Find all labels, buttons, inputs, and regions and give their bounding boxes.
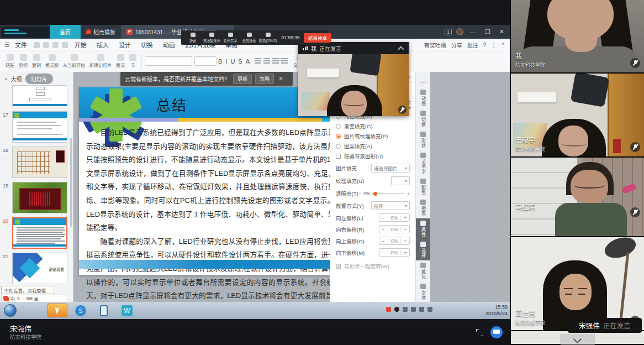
format-button[interactable]: I — [225, 58, 227, 65]
tab-docer[interactable]: 稻壳模板 — [81, 25, 121, 39]
tab-outline[interactable]: 大纲 — [11, 75, 22, 83]
sogou-icon[interactable] — [3, 296, 9, 301]
close-button[interactable]: ✕ — [497, 28, 506, 35]
pause-share-button[interactable]: 暂停共享 — [221, 33, 240, 43]
save-icon[interactable] — [34, 42, 40, 48]
account-avatar[interactable] — [456, 28, 463, 35]
thumbnail-21[interactable]: 21 谢谢观看 — [0, 253, 73, 284]
side-tab[interactable]: 动画 — [416, 87, 430, 108]
ribbon-button[interactable]: 节 — [129, 54, 136, 68]
radio-pattern-fill[interactable]: 图案填充(A) — [330, 140, 415, 150]
texture-fill-select[interactable]: ▾ — [391, 176, 410, 185]
transparency-plus[interactable]: + — [407, 191, 410, 197]
participant-tile-mahongmei[interactable]: 马红梅 — [511, 158, 644, 236]
sogou-ime-bar[interactable]: 中✎◌⌨▦ — [1, 295, 67, 302]
menu-item[interactable]: 插入 — [92, 40, 114, 49]
ribbon-button[interactable]: 复制 — [32, 54, 41, 68]
menu-right-action[interactable]: ? — [483, 42, 487, 48]
minimize-button[interactable]: — — [468, 29, 478, 35]
thumbnail-16-partial[interactable] — [0, 85, 73, 107]
collapse-panel-icon[interactable]: « — [4, 76, 8, 82]
menu-right-action[interactable]: 有奖吐槽 — [424, 41, 446, 49]
radio-gradient-fill[interactable]: 渐变填充(G) — [330, 120, 415, 130]
ignore-button[interactable]: 忽略 — [255, 74, 274, 84]
print-icon[interactable] — [43, 42, 49, 48]
offset-stepper[interactable]: −0%+ — [379, 248, 410, 257]
participant-tile-wangxiaoyu[interactable]: 王晓宇 防灾科技学院 — [511, 74, 644, 156]
floating-self-preview[interactable]: 我 正在发言 — [298, 42, 409, 116]
placement-select[interactable]: 拉伸▾ — [371, 201, 410, 210]
offset-stepper[interactable]: −0%+ — [379, 237, 410, 245]
side-tab[interactable]: 切换 — [416, 108, 430, 129]
side-tab[interactable]: 选择 — [416, 239, 430, 260]
fullscreen-expand-icon[interactable] — [476, 329, 483, 336]
participant-tile-me[interactable]: 我 防灾科技学院 — [511, 0, 644, 72]
tab-home[interactable]: 首页 — [50, 25, 81, 39]
format-button[interactable]: A — [246, 58, 250, 65]
update-button[interactable]: 更新 — [233, 74, 252, 84]
menu-item[interactable]: 开始 — [70, 40, 92, 49]
transparency-slider[interactable] — [372, 193, 404, 194]
checkbox-rotate-with-shape[interactable]: 与形状一起旋转(W) — [330, 257, 415, 270]
side-tab[interactable]: 图表 — [416, 197, 430, 218]
participant-tile-wangjiahui[interactable]: 王佳慧 防灾科技学院 — [511, 237, 644, 330]
taskbar-app-wps[interactable]: W — [117, 304, 137, 317]
taskbar-clock[interactable]: 15:59 2020/5/24 — [485, 304, 508, 317]
ribbon-button[interactable]: 从当前开始 — [63, 54, 85, 68]
side-tab[interactable]: 美化 — [416, 260, 430, 281]
menu-item[interactable]: 动画 — [158, 40, 180, 49]
system-tray[interactable] — [386, 307, 432, 312]
collapse-sidebar-button[interactable] — [560, 334, 595, 345]
alignment-buttons[interactable] — [255, 58, 288, 64]
menu-right-action[interactable]: 批注 — [467, 41, 478, 49]
mute-button[interactable]: 静音 — [183, 33, 202, 43]
notification-badge[interactable]: 1 — [445, 29, 452, 35]
font-name-select[interactable] — [145, 56, 192, 66]
format-button[interactable]: U — [230, 58, 235, 65]
transparency-minus[interactable]: − — [359, 191, 362, 197]
menu-item[interactable]: 切换 — [136, 40, 158, 49]
radio-picture-fill[interactable]: 图片或纹理填充(P) — [330, 130, 415, 140]
chevron-up-icon[interactable] — [398, 46, 404, 52]
end-share-button[interactable]: 结束共享 — [304, 33, 331, 43]
side-tab[interactable]: 属性 — [416, 218, 430, 239]
undo-icon[interactable] — [52, 42, 59, 48]
checkbox-hide-background[interactable]: 隐藏背景图形(U) — [330, 150, 415, 160]
taskbar-app-phone[interactable] — [94, 304, 114, 317]
taskbar-app-meeting-active[interactable] — [47, 304, 67, 317]
menu-file[interactable]: 文件 — [10, 40, 32, 49]
thumbnail-17[interactable]: 17 — [0, 111, 73, 143]
thumbnail-scrollbar[interactable] — [70, 138, 72, 227]
offset-stepper[interactable]: −0%+ — [379, 213, 410, 222]
side-tab[interactable]: 形状 — [416, 129, 430, 150]
ribbon-button[interactable]: 剪切 — [19, 54, 28, 68]
picture-fill-select[interactable]: 请选择图片▾ — [371, 164, 410, 172]
side-tab[interactable]: 配色 — [416, 176, 430, 197]
update-close-icon[interactable]: ✕ — [278, 75, 283, 82]
redo-icon[interactable] — [62, 42, 68, 48]
restore-button[interactable]: ❐ — [483, 28, 493, 35]
menu-item[interactable]: 设计 — [114, 40, 136, 49]
menu-right-action[interactable]: 分享 — [451, 41, 462, 49]
hamburger-icon[interactable]: ☰ — [4, 41, 10, 49]
thumbnail-18[interactable]: 18 — [0, 147, 73, 178]
thumbnail-20-selected[interactable]: 20 — [0, 217, 73, 249]
ribbon-button[interactable]: 版式 — [116, 54, 125, 68]
mute-all-button[interactable]: 全员静音 — [240, 33, 258, 43]
ribbon-button[interactable]: 新建幻灯片 — [89, 54, 112, 68]
offset-stepper[interactable]: −0%+ — [379, 225, 410, 233]
start-button[interactable] — [4, 304, 17, 317]
speaker-video[interactable]: 宋强伟 防灾科技学院 — [0, 319, 510, 345]
chat-button[interactable] — [490, 326, 503, 338]
ribbon-button[interactable]: 格式刷 — [45, 54, 59, 68]
format-button[interactable]: S — [238, 58, 242, 65]
side-tab[interactable]: 艺术字 — [416, 150, 430, 176]
format-button[interactable]: B — [218, 58, 222, 65]
taskbar-app-qq[interactable]: S — [71, 304, 91, 317]
members-button[interactable]: 成员(25/42) — [258, 33, 277, 43]
menu-right-action[interactable]: ^ — [502, 42, 504, 48]
tab-slides[interactable]: 幻灯片 — [25, 74, 53, 84]
font-size-select[interactable] — [194, 56, 217, 66]
ribbon-button[interactable]: 粘贴 — [6, 54, 14, 68]
menu-right-action[interactable]: ⋮ — [491, 42, 497, 48]
